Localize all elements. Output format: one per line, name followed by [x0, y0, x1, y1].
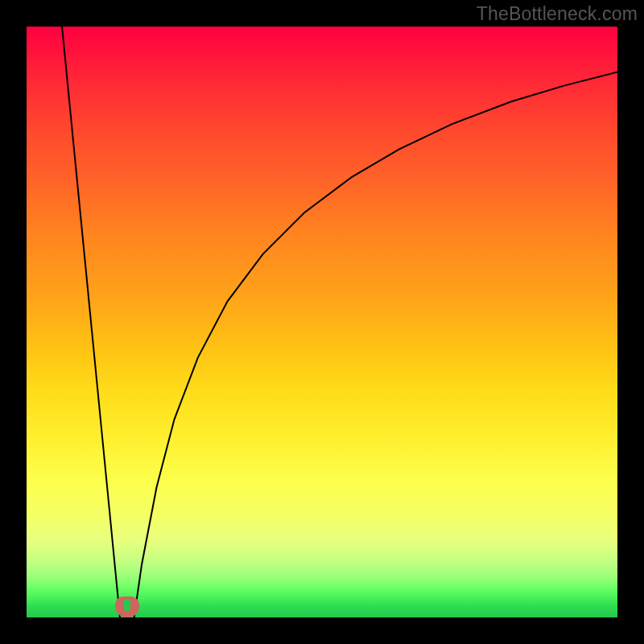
watermark-text: TheBottleneck.com: [477, 3, 638, 25]
optimum-marker: [115, 597, 139, 617]
outer-frame: TheBottleneck.com: [0, 0, 644, 644]
bottleneck-curve: [27, 27, 617, 617]
curve-left-branch: [62, 27, 120, 617]
curve-right-branch: [134, 72, 617, 617]
chart-plot-area: [27, 27, 617, 617]
